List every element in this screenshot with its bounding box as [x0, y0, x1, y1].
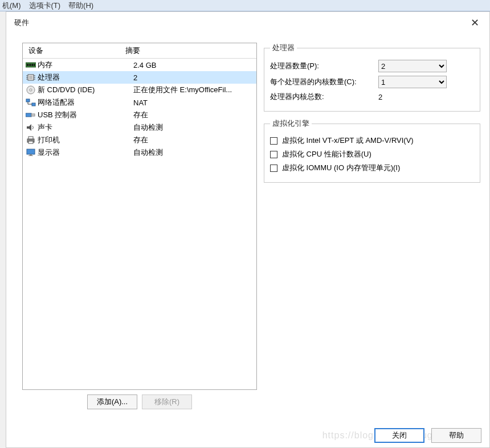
device-summary: 自动检测	[133, 147, 256, 158]
device-name: 声卡	[38, 122, 133, 133]
svg-rect-7	[29, 76, 32, 79]
label-proc-count: 处理器数量(P):	[270, 61, 378, 71]
device-summary: 2	[133, 73, 256, 82]
dialog-header: 硬件 ✕	[6, 12, 489, 31]
display-icon	[25, 148, 36, 157]
svg-rect-4	[32, 64, 33, 66]
menu-tabs[interactable]: 选项卡(T)	[29, 1, 61, 11]
disc-icon	[25, 85, 36, 94]
add-device-button[interactable]: 添加(A)...	[87, 394, 137, 409]
label-cpu-counters: 虚拟化 CPU 性能计数器(U)	[282, 149, 371, 159]
svg-rect-18	[26, 113, 31, 117]
processor-group: 处理器 处理器数量(P): 2 每个处理器的内核数量(C): 1 处理器内核总数…	[264, 43, 480, 112]
svg-point-15	[30, 89, 32, 91]
settings-panel: 处理器 处理器数量(P): 2 每个处理器的内核数量(C): 1 处理器内核总数…	[264, 43, 483, 414]
remove-device-button: 移除(R)	[142, 394, 192, 409]
network-icon	[25, 98, 36, 107]
select-cores-per-proc[interactable]: 1	[378, 76, 447, 88]
svg-rect-22	[28, 137, 33, 139]
virtualization-group-title: 虚拟化引擎	[270, 118, 312, 129]
help-button[interactable]: 帮助	[431, 428, 481, 443]
col-device: 设备	[28, 46, 125, 56]
device-summary: 存在	[133, 110, 256, 120]
cpu-icon	[25, 73, 36, 82]
svg-rect-5	[34, 64, 35, 66]
svg-rect-2	[28, 64, 30, 66]
device-name: USB 控制器	[38, 110, 133, 120]
device-name: 处理器	[38, 72, 133, 83]
device-name: 新 CD/DVD (IDE)	[38, 85, 133, 95]
svg-rect-16	[26, 99, 30, 102]
device-summary: 2.4 GB	[133, 61, 256, 69]
col-summary: 摘要	[125, 46, 256, 56]
svg-rect-24	[27, 149, 35, 154]
svg-marker-20	[27, 124, 31, 131]
virtualization-group: 虚拟化引擎 虚拟化 Intel VT-x/EPT 或 AMD-V/RVI(V) …	[264, 118, 480, 183]
device-name: 打印机	[38, 135, 133, 145]
hardware-row[interactable]: 内存2.4 GB	[23, 59, 256, 71]
memory-icon	[25, 60, 36, 69]
svg-rect-23	[28, 141, 33, 143]
hardware-row[interactable]: 处理器2	[23, 71, 256, 84]
label-iommu: 虚拟化 IOMMU (IO 内存管理单元)(I)	[282, 163, 400, 173]
device-summary: 自动检测	[133, 122, 256, 133]
processor-group-title: 处理器	[270, 43, 297, 53]
dialog-title: 硬件	[14, 18, 29, 28]
svg-rect-17	[32, 103, 35, 106]
svg-rect-1	[27, 64, 28, 66]
value-total-cores: 2	[378, 93, 447, 101]
device-name: 网络适配器	[38, 97, 133, 108]
hardware-list-headers: 设备 摘要	[23, 43, 256, 59]
hardware-row[interactable]: 新 CD/DVD (IDE)正在使用文件 E:\myOfficeFil...	[23, 84, 256, 96]
checkbox-iommu[interactable]	[270, 165, 277, 172]
label-cores-per-proc: 每个处理器的内核数量(C):	[270, 77, 378, 87]
hardware-list-panel: 设备 摘要 内存2.4 GB处理器2新 CD/DVD (IDE)正在使用文件 E…	[22, 43, 257, 414]
svg-rect-3	[30, 64, 31, 66]
menu-machine[interactable]: 机(M)	[2, 1, 21, 11]
hardware-list: 设备 摘要 内存2.4 GB处理器2新 CD/DVD (IDE)正在使用文件 E…	[22, 43, 257, 390]
hardware-row[interactable]: 网络适配器NAT	[23, 96, 256, 109]
checkbox-cpu-counters[interactable]	[270, 151, 277, 158]
svg-rect-26	[28, 155, 33, 156]
label-vt-x: 虚拟化 Intel VT-x/EPT 或 AMD-V/RVI(V)	[282, 135, 414, 146]
device-summary: 存在	[133, 135, 256, 145]
sound-icon	[25, 123, 36, 132]
usb-icon	[25, 110, 36, 120]
close-button[interactable]: 关闭	[374, 428, 424, 443]
hardware-row[interactable]: USB 控制器存在	[23, 109, 256, 121]
menu-help[interactable]: 帮助(H)	[68, 1, 93, 11]
svg-rect-19	[31, 114, 35, 116]
svg-rect-25	[30, 154, 32, 155]
device-name: 显示器	[38, 147, 133, 158]
hardware-row[interactable]: 声卡自动检测	[23, 121, 256, 134]
hardware-dialog: 硬件 ✕ 设备 摘要 内存2.4 GB处理器2新 CD/DVD (IDE)正在使…	[6, 11, 490, 448]
checkbox-vt-x[interactable]	[270, 137, 277, 145]
device-name: 内存	[38, 60, 133, 70]
hardware-row[interactable]: 打印机存在	[23, 134, 256, 146]
device-summary: 正在使用文件 E:\myOfficeFil...	[133, 85, 256, 95]
printer-icon	[25, 135, 36, 145]
device-summary: NAT	[133, 98, 256, 107]
label-total-cores: 处理器内核总数:	[270, 92, 378, 102]
select-proc-count[interactable]: 2	[378, 60, 447, 72]
main-menu-bar: 机(M) 选项卡(T) 帮助(H)	[0, 0, 490, 11]
close-icon[interactable]: ✕	[467, 17, 483, 29]
hardware-row[interactable]: 显示器自动检测	[23, 146, 256, 159]
